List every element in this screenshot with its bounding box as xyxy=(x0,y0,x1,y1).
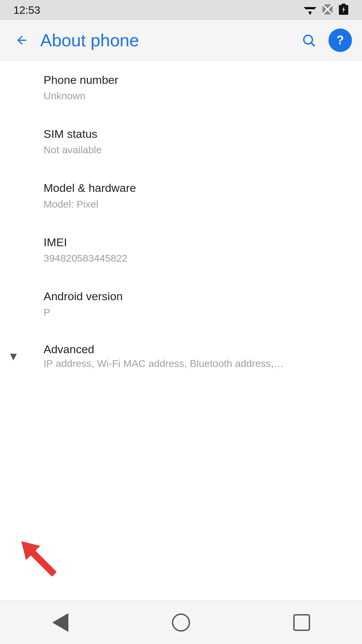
nav-back-button[interactable] xyxy=(44,606,77,639)
advanced-subtitle: IP address, Wi-Fi MAC address, Bluetooth… xyxy=(44,358,349,369)
red-arrow-annotation xyxy=(13,533,67,587)
phone-number-value: Unknown xyxy=(44,89,349,102)
back-button[interactable] xyxy=(10,29,34,52)
sim-status-title: SIM status xyxy=(44,126,349,141)
phone-number-item[interactable]: Phone number Unknown xyxy=(44,60,362,114)
status-time: 12:53 xyxy=(13,4,40,16)
android-version-title: Android version xyxy=(44,289,349,304)
page-title: About phone xyxy=(40,30,297,50)
svg-point-3 xyxy=(309,12,311,14)
nav-bar xyxy=(0,600,362,644)
sim-status-value: Not available xyxy=(44,143,349,156)
settings-list: Phone number Unknown SIM status Not avai… xyxy=(0,60,362,533)
app-bar: About phone ? xyxy=(0,20,362,60)
app-bar-actions: ? xyxy=(297,29,352,52)
model-hardware-value: Model: Pixel xyxy=(44,198,349,211)
android-version-item[interactable]: Android version P xyxy=(44,277,362,331)
search-button[interactable] xyxy=(297,29,320,52)
status-icons xyxy=(304,4,349,16)
nav-recents-button[interactable] xyxy=(285,606,318,639)
battery-icon xyxy=(339,4,349,16)
advanced-item[interactable]: ▾ Advanced IP address, Wi-Fi MAC address… xyxy=(44,331,362,381)
signal-icon xyxy=(322,4,333,16)
imei-item[interactable]: IMEI 394820583445822 xyxy=(44,223,362,277)
nav-home-button[interactable] xyxy=(164,606,198,639)
android-version-value: P xyxy=(44,306,349,319)
svg-rect-8 xyxy=(342,4,346,5)
annotation-container xyxy=(0,533,362,600)
help-button[interactable]: ? xyxy=(328,29,352,52)
imei-value: 394820583445822 xyxy=(44,252,349,265)
sim-status-item[interactable]: SIM status Not available xyxy=(44,114,362,168)
advanced-chevron-icon: ▾ xyxy=(10,348,17,364)
model-hardware-item[interactable]: Model & hardware Model: Pixel xyxy=(44,168,362,222)
imei-title: IMEI xyxy=(44,235,349,250)
advanced-title: Advanced xyxy=(44,343,349,356)
advanced-content: Advanced IP address, Wi-Fi MAC address, … xyxy=(44,343,349,369)
wifi-icon xyxy=(304,4,316,16)
model-hardware-title: Model & hardware xyxy=(44,180,349,195)
phone-number-title: Phone number xyxy=(44,72,349,87)
nav-recents-icon xyxy=(293,614,310,631)
svg-line-11 xyxy=(311,43,314,46)
nav-back-icon xyxy=(52,613,68,632)
nav-home-icon xyxy=(172,613,190,632)
status-bar: 12:53 xyxy=(0,0,362,20)
